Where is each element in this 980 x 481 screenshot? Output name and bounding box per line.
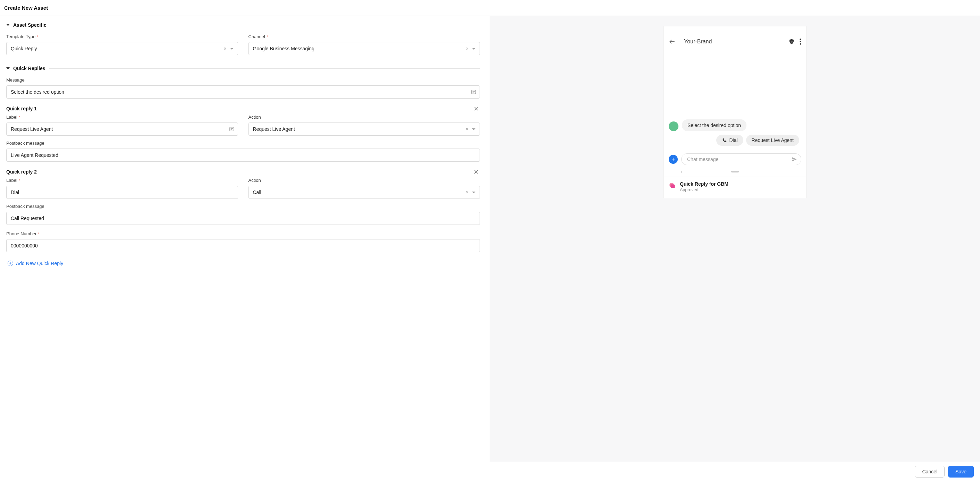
svg-point-12 bbox=[800, 41, 801, 42]
kebab-menu-icon bbox=[800, 38, 801, 45]
required-marker: * bbox=[38, 232, 39, 236]
required-marker: * bbox=[19, 178, 20, 183]
svg-rect-15 bbox=[671, 185, 675, 188]
select-value: Google Business Messaging bbox=[253, 46, 314, 51]
preview-pane: Your-Brand Select the des bbox=[490, 16, 980, 462]
plus-circle-icon: + bbox=[8, 261, 13, 266]
select-value: Request Live Agent bbox=[253, 126, 295, 132]
preview-title: Quick Reply for GBM bbox=[680, 181, 729, 187]
device-nav-bar: ‹ bbox=[664, 168, 806, 177]
save-button[interactable]: Save bbox=[948, 466, 974, 478]
cancel-button[interactable]: Cancel bbox=[915, 466, 945, 478]
label-label: Label * bbox=[6, 178, 238, 183]
home-indicator-icon bbox=[731, 171, 739, 172]
chip-label: Request Live Agent bbox=[752, 137, 794, 143]
asset-type-icon bbox=[669, 182, 676, 189]
svg-point-11 bbox=[800, 38, 801, 40]
qr1-postback-input[interactable] bbox=[6, 148, 480, 162]
form-pane: Asset Specific Template Type * Quick Rep… bbox=[0, 16, 490, 462]
footer-bar: Cancel Save bbox=[0, 462, 980, 481]
preview-status: Approved bbox=[680, 187, 729, 192]
nav-back-icon: ‹ bbox=[681, 169, 682, 175]
quick-reply-1: Quick reply 1 Label * bbox=[6, 105, 480, 162]
chevron-down-icon bbox=[472, 191, 476, 193]
section-asset-specific-toggle[interactable]: Asset Specific bbox=[6, 22, 480, 28]
chip-live-agent: Request Live Agent bbox=[746, 135, 799, 146]
template-type-select[interactable]: Quick Reply × bbox=[6, 42, 238, 55]
quick-reply-2: Quick reply 2 Label * Action Call bbox=[6, 168, 480, 252]
svg-point-13 bbox=[800, 43, 801, 45]
label-label: Label * bbox=[6, 115, 238, 120]
label-text: Phone Number bbox=[6, 231, 37, 236]
action-label: Action bbox=[248, 178, 480, 183]
clear-icon[interactable]: × bbox=[465, 127, 469, 131]
label-text: Channel bbox=[248, 34, 265, 39]
message-input[interactable] bbox=[6, 85, 480, 99]
phone-number-label: Phone Number * bbox=[6, 231, 480, 236]
token-picker-icon[interactable] bbox=[229, 126, 235, 132]
action-label: Action bbox=[248, 115, 480, 120]
qr2-label-input[interactable] bbox=[6, 186, 238, 199]
message-label: Message bbox=[6, 77, 480, 83]
chip-dial: Dial bbox=[716, 135, 743, 146]
compose-placeholder: Chat message bbox=[687, 156, 718, 162]
qr2-postback-input[interactable] bbox=[6, 212, 480, 225]
preview-card: Your-Brand Select the des bbox=[664, 26, 806, 198]
remove-quick-reply-button[interactable] bbox=[472, 105, 480, 112]
page-title: Create New Asset bbox=[0, 0, 980, 16]
back-arrow-icon bbox=[669, 38, 676, 45]
chevron-down-icon bbox=[472, 48, 476, 49]
message-row: Select the desired option bbox=[669, 119, 801, 131]
add-quick-reply-button[interactable]: + Add New Quick Reply bbox=[6, 258, 480, 268]
quick-reply-title: Quick reply 2 bbox=[6, 169, 37, 175]
label-text: Label bbox=[6, 115, 18, 120]
template-type-label: Template Type * bbox=[6, 34, 238, 39]
channel-label: Channel * bbox=[248, 34, 480, 39]
caret-down-icon bbox=[6, 24, 10, 26]
clear-icon[interactable]: × bbox=[223, 46, 227, 51]
clear-icon[interactable]: × bbox=[465, 190, 469, 194]
qr2-action-select[interactable]: Call × bbox=[248, 186, 480, 199]
channel-select[interactable]: Google Business Messaging × bbox=[248, 42, 480, 55]
qr1-action-select[interactable]: Request Live Agent × bbox=[248, 123, 480, 136]
required-marker: * bbox=[267, 35, 268, 39]
required-marker: * bbox=[37, 35, 38, 39]
qr1-label-input[interactable] bbox=[6, 123, 238, 136]
send-icon bbox=[791, 156, 797, 162]
postback-label: Postback message bbox=[6, 140, 480, 146]
message-bubble: Select the desired option bbox=[682, 119, 746, 131]
phone-mock: Your-Brand Select the des bbox=[664, 26, 806, 177]
select-value: Quick Reply bbox=[11, 46, 37, 51]
label-text: Template Type bbox=[6, 34, 35, 39]
preview-footer: Quick Reply for GBM Approved bbox=[664, 177, 806, 198]
section-title: Quick Replies bbox=[13, 65, 45, 71]
add-link-text: Add New Quick Reply bbox=[16, 261, 63, 266]
verified-shield-icon bbox=[788, 38, 795, 45]
compose-plus-icon: + bbox=[669, 155, 678, 164]
compose-input: Chat message bbox=[681, 153, 801, 165]
caret-down-icon bbox=[6, 67, 10, 69]
token-picker-icon[interactable] bbox=[471, 89, 476, 95]
phone-icon bbox=[722, 138, 727, 143]
brand-name: Your-Brand bbox=[681, 38, 784, 45]
label-text: Label bbox=[6, 178, 18, 183]
section-title: Asset Specific bbox=[13, 22, 46, 28]
select-value: Call bbox=[253, 190, 261, 195]
quick-reply-title: Quick reply 1 bbox=[6, 106, 37, 111]
required-marker: * bbox=[19, 115, 20, 119]
remove-quick-reply-button[interactable] bbox=[472, 168, 480, 175]
section-quick-replies-toggle[interactable]: Quick Replies bbox=[6, 65, 480, 71]
compose-row: + Chat message bbox=[664, 153, 806, 168]
avatar bbox=[669, 121, 678, 131]
chip-label: Dial bbox=[729, 137, 737, 143]
postback-label: Postback message bbox=[6, 204, 480, 209]
divider bbox=[50, 25, 480, 25]
chevron-down-icon bbox=[472, 128, 476, 130]
divider bbox=[49, 68, 480, 69]
qr2-phone-input[interactable] bbox=[6, 239, 480, 252]
clear-icon[interactable]: × bbox=[465, 46, 469, 51]
chevron-down-icon bbox=[230, 48, 234, 49]
quick-reply-chips: Dial Request Live Agent bbox=[669, 135, 801, 146]
